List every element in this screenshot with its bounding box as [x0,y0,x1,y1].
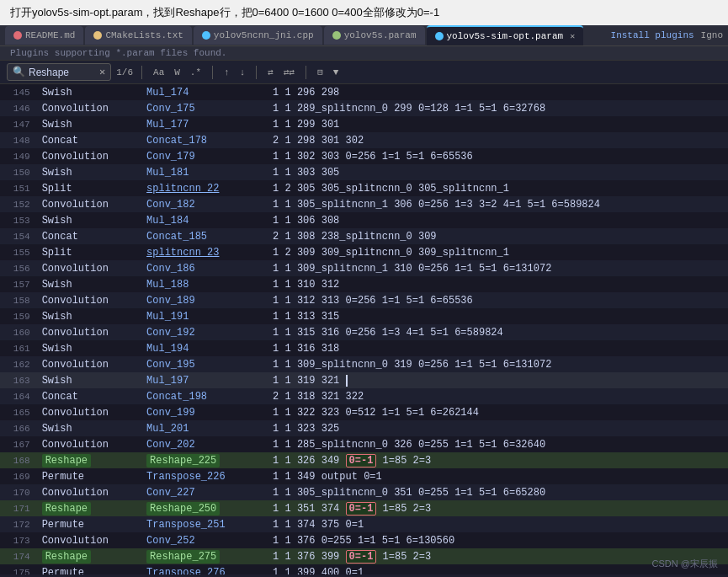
op-name: Transpose_276 [141,564,268,574]
op-type: Concat [37,132,141,148]
line-number: 151 [0,180,37,196]
tab-label: README.md [25,30,75,40]
op-type: Convolution [37,356,141,372]
tab-label: yolov5ncnn_jni.cpp [214,30,314,40]
funnel-btn[interactable]: ▼ [331,67,342,78]
op-name: Reshape_275 [141,548,268,564]
op-params: 1 2 309 309_splitncnn_0 309_splitncnn_1 [268,244,728,260]
replace-btn[interactable]: ⇄ [265,66,276,78]
table-row: 160ConvolutionConv_1921 1 315 316 0=256 … [0,324,728,340]
op-params: 1 1 319 321 [268,372,728,388]
op-params: 1 1 376 0=255 1=1 5=1 6=130560 [268,532,728,548]
op-type: Split [37,244,141,260]
title-text: 打开yolov5s-sim-opt.param，找到Reshape行，把0=64… [10,6,439,19]
table-row: 153SwishMul_1841 1 306 308 [0,212,728,228]
line-number: 153 [0,212,37,228]
line-number: 159 [0,308,37,324]
line-number: 169 [0,468,37,484]
regex-btn[interactable]: .* [188,67,204,78]
table-row: 148ConcatConcat_1782 1 298 301 302 [0,132,728,148]
table-row: 147SwishMul_1771 1 299 301 [0,116,728,132]
table-row: 161SwishMul_1941 1 316 318 [0,340,728,356]
op-name: Concat_198 [141,388,268,404]
op-type: Swish [37,212,141,228]
tab-icon [332,31,341,40]
line-number: 167 [0,436,37,452]
line-number: 172 [0,516,37,532]
op-name: Mul_177 [141,116,268,132]
table-row: 162ConvolutionConv_1951 1 309_splitncnn_… [0,356,728,372]
table-row: 167ConvolutionConv_2021 1 285_splitncnn_… [0,436,728,452]
line-number: 155 [0,244,37,260]
op-type: Convolution [37,100,141,116]
line-number: 146 [0,100,37,116]
op-type: Permute [37,516,141,532]
table-row: 149ConvolutionConv_1791 1 302 303 0=256 … [0,148,728,164]
replace-all-btn[interactable]: ⇄⇄ [281,66,297,78]
tab-CMakeLists.txt[interactable]: CMakeLists.txt [85,26,191,45]
tab-README.md[interactable]: README.md [5,26,83,45]
op-params: 1 1 305_splitncnn_0 351 0=255 1=1 5=1 6=… [268,484,728,500]
tab-icon [93,31,102,40]
op-name: Mul_188 [141,276,268,292]
tab-icon [435,32,444,40]
op-name: splitncnn_23 [141,244,268,260]
op-type: Convolution [37,292,141,308]
op-name: Mul_181 [141,164,268,180]
tab-close-icon[interactable]: ✕ [570,31,575,41]
op-params: 1 1 309_splitncnn_1 310 0=256 1=1 5=1 6=… [268,260,728,276]
prev-match-btn[interactable]: ↑ [221,67,232,78]
title-bar: 打开yolov5s-sim-opt.param，找到Reshape行，把0=64… [0,0,728,25]
line-number: 174 [0,548,37,564]
line-number: 168 [0,452,37,468]
op-name: Concat_178 [141,132,268,148]
op-type: Reshape [37,548,141,564]
content-area: 145SwishMul_1741 1 296 298146Convolution… [0,84,728,574]
table-row: 174ReshapeReshape_2751 1 376 399 0=-1 1=… [0,548,728,564]
line-number: 150 [0,164,37,180]
watermark: CSDN @宋辰振 [652,558,718,570]
install-plugins-btn[interactable]: Install plugins [611,30,694,40]
line-number: 162 [0,356,37,372]
line-number: 175 [0,564,37,574]
op-type: Convolution [37,324,141,340]
filter-btn[interactable]: ⊟ [315,66,326,78]
op-params: 1 1 303 305 [268,164,728,180]
op-name: Reshape_225 [141,452,268,468]
highlight-value: 0=-1 [346,454,377,467]
search-box[interactable]: 🔍 ✕ [7,63,111,81]
op-name: Conv_179 [141,148,268,164]
op-params: 1 1 312 313 0=256 1=1 5=1 6=65536 [268,292,728,308]
search-input[interactable] [29,67,96,78]
match-case-btn[interactable]: Aa [151,67,167,78]
tab-label: yolov5s.param [344,30,417,40]
tab-yolov5ncnn_jni.cpp[interactable]: yolov5ncnn_jni.cpp [194,26,322,45]
op-name: Conv_186 [141,260,268,276]
line-number: 145 [0,84,37,100]
op-name: Transpose_251 [141,516,268,532]
op-type: Convolution [37,436,141,452]
table-row: 163SwishMul_1971 1 319 321 [0,372,728,388]
line-number: 161 [0,340,37,356]
op-type: Swish [37,84,141,100]
ignore-btn[interactable]: Igno [701,30,723,40]
search-count: 1/6 [116,67,133,77]
tab-yolov5s.param[interactable]: yolov5s.param [324,26,425,45]
op-params: 1 1 299 301 [268,116,728,132]
match-word-btn[interactable]: W [172,67,183,78]
op-params: 1 1 309_splitncnn_0 319 0=256 1=1 5=1 6=… [268,356,728,372]
op-type: Permute [37,564,141,574]
line-number: 171 [0,500,37,516]
tab-icon [202,31,210,40]
op-name: Conv_252 [141,532,268,548]
table-row: 166SwishMul_2011 1 323 325 [0,420,728,436]
line-number: 156 [0,260,37,276]
op-params: 1 1 302 303 0=256 1=1 5=1 6=65536 [268,148,728,164]
tab-yolov5s-sim-opt.param[interactable]: yolov5s-sim-opt.param✕ [427,25,584,45]
search-close-icon[interactable]: ✕ [99,66,105,78]
next-match-btn[interactable]: ↓ [237,67,248,78]
table-row: 159SwishMul_1911 1 313 315 [0,308,728,324]
op-name: Mul_191 [141,308,268,324]
op-type: Convolution [37,148,141,164]
op-name: splitncnn_22 [141,180,268,196]
